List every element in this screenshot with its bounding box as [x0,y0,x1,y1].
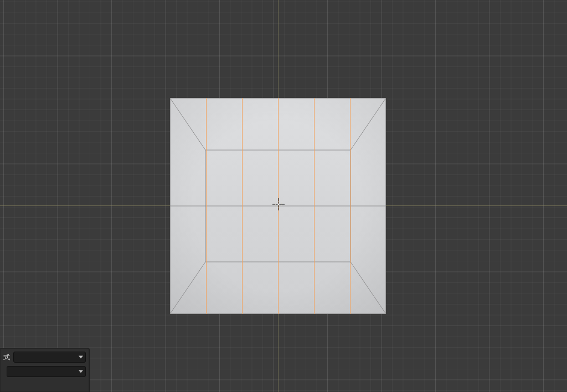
mesh-wire-svg [170,98,386,314]
svg-line-2 [170,98,205,150]
svg-rect-0 [171,99,386,314]
operator-panel[interactable]: 式 [0,348,90,392]
operator-row [3,366,86,377]
chevron-down-icon [79,369,83,374]
svg-line-5 [350,262,386,314]
mesh-object[interactable] [170,98,386,314]
loop-cut-line [242,98,243,314]
loop-cut-line [278,98,279,314]
operator-row-label: 式 [3,353,13,362]
mesh-shading [170,98,386,314]
chevron-down-icon [79,355,83,359]
svg-rect-1 [205,150,350,262]
svg-line-4 [170,262,205,314]
loop-cut-line [350,98,350,314]
operator-dropdown[interactable] [7,366,86,377]
operator-dropdown[interactable] [13,352,86,363]
loop-cut-line [206,98,207,314]
operator-row: 式 [3,352,86,363]
viewport-3d[interactable] [0,0,567,392]
svg-line-3 [350,98,386,150]
loop-cut-line [314,98,315,314]
